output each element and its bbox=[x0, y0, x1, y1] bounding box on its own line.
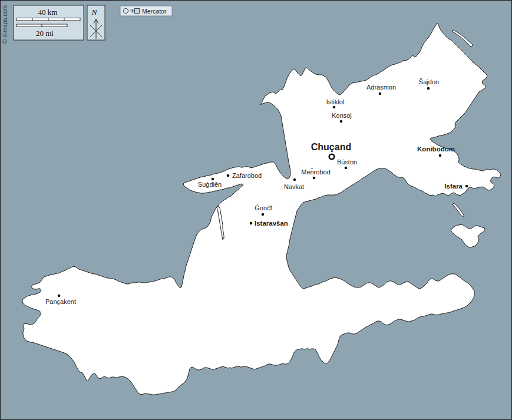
city-label: Ġončĭ bbox=[255, 204, 272, 211]
city-label: Istiklol bbox=[326, 98, 345, 105]
city-zafarobod: Zafarobod bbox=[227, 172, 262, 179]
projected-square-icon bbox=[135, 9, 140, 14]
attribution: © d-maps.com bbox=[2, 5, 8, 44]
scale-mi-label: 20 mi bbox=[36, 29, 54, 38]
city-label: Būston bbox=[337, 158, 357, 166]
city-label: Chuçand bbox=[311, 142, 351, 152]
map-page: IstiklolAdrasmonŠajdonKonsojChuçandBūsto… bbox=[0, 0, 512, 420]
city-dot-marker bbox=[227, 174, 230, 177]
city-label: Adrasmon bbox=[366, 84, 396, 91]
city-dot-marker bbox=[212, 178, 214, 181]
map-canvas: IstiklolAdrasmonŠajdonKonsojChuçandBūsto… bbox=[0, 0, 512, 420]
city-label: Istaravšan bbox=[255, 220, 288, 227]
city-label: Men̂robod bbox=[301, 168, 331, 176]
city-dot-marker bbox=[58, 295, 61, 297]
city-label: Konsoj bbox=[332, 112, 352, 119]
city-dot-marker bbox=[262, 213, 265, 216]
city-label: Suġdiēn bbox=[198, 181, 222, 188]
compass-north-label: N bbox=[91, 8, 97, 16]
city-label: Navkat bbox=[284, 183, 304, 190]
city-label: Šajdon bbox=[419, 78, 439, 85]
city-dot-marker bbox=[379, 92, 382, 95]
city-dot-marker bbox=[439, 154, 442, 157]
city-label: Konibodom bbox=[417, 145, 455, 153]
compass-panel: N bbox=[87, 5, 105, 40]
capital-ring-marker bbox=[329, 154, 335, 160]
city-label: Pançakent bbox=[45, 298, 76, 305]
projection-label: Mercator bbox=[142, 8, 167, 15]
city-dot-marker bbox=[293, 178, 296, 181]
city-dot-marker bbox=[250, 222, 253, 225]
city-dot-marker bbox=[340, 120, 343, 123]
city-dot-marker bbox=[333, 106, 336, 109]
projection-panel: Mercator bbox=[120, 6, 172, 16]
city-istaravšan: Istaravšan bbox=[250, 220, 288, 227]
city-label: Zafarobod bbox=[232, 172, 262, 179]
city-dot-marker bbox=[345, 167, 348, 170]
city-dot-marker bbox=[465, 185, 468, 188]
city-dot-marker bbox=[427, 87, 430, 90]
city-dot-marker bbox=[313, 177, 316, 180]
city-label: Isfara bbox=[444, 183, 463, 190]
scale-km-label: 40 km bbox=[38, 8, 58, 16]
scale-panel: 40 km 20 mi bbox=[14, 5, 84, 40]
